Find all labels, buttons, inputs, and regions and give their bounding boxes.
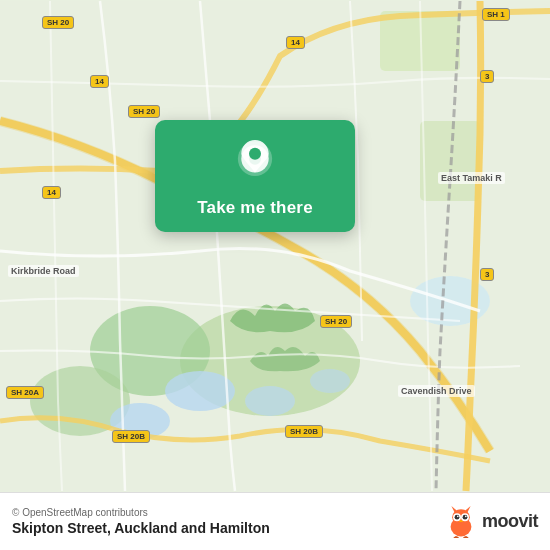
bottom-bar: © OpenStreetMap contributors Skipton Str…	[0, 492, 550, 550]
svg-point-4	[165, 371, 235, 411]
moovit-owl-icon	[445, 506, 477, 538]
location-pin-icon	[231, 140, 279, 188]
svg-point-23	[457, 515, 459, 517]
sh20-badge-top: SH 20	[42, 16, 74, 29]
sh20b-badge-left: SH 20B	[112, 430, 150, 443]
badge-3-top: 3	[480, 70, 494, 83]
location-title: Skipton Street, Auckland and Hamilton	[12, 520, 270, 536]
svg-point-6	[245, 386, 295, 416]
svg-point-7	[310, 369, 350, 393]
cta-card[interactable]: Take me there	[155, 120, 355, 232]
bottom-left: © OpenStreetMap contributors Skipton Str…	[12, 507, 270, 536]
badge-14-3: 14	[286, 36, 305, 49]
badge-14-2: 14	[42, 186, 61, 199]
app: SH 1 SH 20 14 14 14 SH 20 3 3 SH 20 SH 2…	[0, 0, 550, 550]
svg-point-22	[463, 514, 468, 519]
moovit-logo: moovit	[445, 506, 538, 538]
sh20-badge-lower: SH 20	[320, 315, 352, 328]
sh20a-badge: SH 20A	[6, 386, 44, 399]
osm-credit: © OpenStreetMap contributors	[12, 507, 270, 518]
moovit-brand-text: moovit	[482, 511, 538, 532]
badge-14-1: 14	[90, 75, 109, 88]
sh1-badge-top: SH 1	[482, 8, 510, 21]
cta-button-label: Take me there	[197, 198, 313, 218]
map-svg	[0, 0, 550, 492]
sh20-badge-mid: SH 20	[128, 105, 160, 118]
sh20b-badge-right: SH 20B	[285, 425, 323, 438]
svg-point-24	[465, 515, 467, 517]
svg-point-21	[455, 514, 460, 519]
svg-point-14	[249, 148, 261, 160]
badge-3-mid: 3	[480, 268, 494, 281]
map-container: SH 1 SH 20 14 14 14 SH 20 3 3 SH 20 SH 2…	[0, 0, 550, 492]
